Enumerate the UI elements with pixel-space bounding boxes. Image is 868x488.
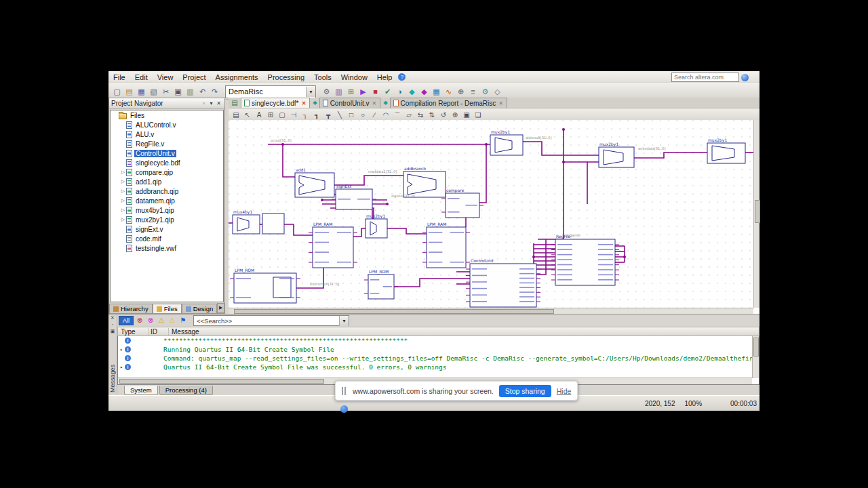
- tree-item-datamem-qip[interactable]: ▷datamem.qip: [111, 196, 223, 205]
- rectangle-tool-icon[interactable]: □: [346, 110, 357, 120]
- tab-close-icon[interactable]: ✕: [371, 100, 377, 106]
- print-icon[interactable]: ▧: [148, 86, 159, 98]
- simulator-icon[interactable]: ∿: [443, 86, 454, 98]
- menu-item-window[interactable]: Window: [336, 73, 372, 82]
- stop-sharing-button[interactable]: Stop sharing: [499, 385, 551, 397]
- filter-all-button[interactable]: All: [119, 316, 134, 325]
- block-tool-icon[interactable]: ▢: [277, 110, 288, 120]
- navigator-tab-hierarchy[interactable]: Hierarchy: [109, 304, 153, 313]
- partition-icon[interactable]: ▱: [403, 110, 414, 120]
- start-compilation-icon[interactable]: ▶: [357, 86, 369, 98]
- tree-item-mux2by1-qip[interactable]: ▷mux2by1.qip: [111, 215, 223, 224]
- rotate-left-icon[interactable]: ↺: [438, 110, 449, 120]
- expand-arrow-icon[interactable]: ▷: [120, 198, 126, 203]
- expand-arrow-icon[interactable]: ▷: [120, 169, 126, 175]
- stop-icon[interactable]: ■: [370, 86, 381, 98]
- line-tool-icon[interactable]: ∕: [369, 110, 380, 120]
- tree-item-singlecycle-bdf[interactable]: singlecycle.bdf: [111, 158, 223, 167]
- expand-arrow-icon[interactable]: ▷: [120, 188, 126, 194]
- schematic-svg[interactable]: mux2by1mux2by1mux2by1add1addbranchcompar…: [229, 120, 753, 308]
- detach-window-icon[interactable]: ❏: [473, 110, 484, 120]
- schematic-block-block[interactable]: [262, 214, 284, 234]
- search-input[interactable]: [671, 73, 739, 82]
- timing-analyzer-icon[interactable]: ◑: [394, 86, 406, 98]
- copy-icon[interactable]: ▣: [111, 328, 115, 335]
- cut-icon[interactable]: ✂: [160, 86, 172, 98]
- help-icon[interactable]: ?: [398, 73, 406, 81]
- menu-item-processing[interactable]: Processing: [263, 73, 309, 82]
- hide-link[interactable]: Hide: [557, 387, 572, 395]
- orthogonal-node-tool-icon[interactable]: ┐: [300, 110, 311, 120]
- message-row[interactable]: i***************************************…: [118, 336, 759, 345]
- programmer-icon[interactable]: ⊕: [455, 86, 467, 98]
- filter-extra-info-icon[interactable]: ⚠: [167, 316, 177, 325]
- recorder-icon[interactable]: [340, 405, 348, 413]
- column-message[interactable]: Message: [169, 328, 759, 336]
- editor-page-icon[interactable]: ▤: [229, 99, 241, 106]
- flip-vertical-icon[interactable]: ⇅: [427, 110, 437, 120]
- expand-arrow-icon[interactable]: ▷: [120, 179, 126, 184]
- orthogonal-conduit-tool-icon[interactable]: ┳: [323, 110, 334, 120]
- pin-planner-icon[interactable]: ⊞: [345, 86, 357, 98]
- tree-item-code-mif[interactable]: code.mif: [111, 234, 223, 243]
- ellipse-tool-icon[interactable]: ○: [357, 110, 368, 120]
- signal-tap-icon[interactable]: ≡: [467, 86, 479, 98]
- filter-error-icon[interactable]: ⊗: [135, 316, 144, 325]
- tree-item-testsingle-vwf[interactable]: testsingle.vwf: [111, 243, 223, 253]
- undo-icon[interactable]: ↶: [197, 86, 208, 98]
- diagonal-line-tool-icon[interactable]: ╲: [334, 110, 345, 120]
- canvas-horizontal-scrollbar[interactable]: [229, 308, 753, 314]
- dock-window-icon[interactable]: ▫: [112, 321, 113, 328]
- tree-item-alucontrol-v[interactable]: ALUControl.v: [111, 120, 223, 129]
- menu-item-assignments[interactable]: Assignments: [211, 73, 263, 82]
- menu-item-project[interactable]: Project: [178, 73, 210, 82]
- page-icon[interactable]: ▤: [231, 110, 241, 120]
- messages-tab-system[interactable]: System: [124, 386, 158, 395]
- scrollbar-thumb[interactable]: [753, 338, 759, 357]
- tree-item-compare-qip[interactable]: ▷compare.qip: [111, 167, 223, 177]
- tree-item-add1-qip[interactable]: ▷add1.qip: [111, 177, 223, 186]
- navigator-tab-files[interactable]: Files: [153, 304, 182, 313]
- tech-map-viewer-icon[interactable]: ◆: [418, 86, 430, 98]
- schematic-block-lpm-rom[interactable]: LPM_ROM: [230, 268, 300, 303]
- flip-horizontal-icon[interactable]: ⇆: [415, 110, 426, 120]
- filter-critical-warning-icon[interactable]: ⊗: [146, 316, 155, 325]
- schematic-block-lpm-ram[interactable]: LPM_RAM: [309, 222, 357, 268]
- chip-planner-icon[interactable]: ▦: [431, 86, 442, 98]
- filter-flag-icon[interactable]: ⚑: [178, 316, 188, 325]
- pin-icon[interactable]: ▾: [208, 100, 215, 106]
- orthogonal-bus-tool-icon[interactable]: ┓: [311, 110, 322, 120]
- system-builder-icon[interactable]: ⚙: [479, 86, 491, 98]
- tab-close-icon[interactable]: ✕: [300, 100, 307, 106]
- symbol-tool-icon[interactable]: ⊞: [265, 110, 276, 120]
- scrollbar-thumb[interactable]: [234, 309, 554, 314]
- chevron-down-icon[interactable]: ▼: [339, 316, 349, 326]
- tree-item-alu-v[interactable]: ALU.v: [111, 129, 223, 139]
- rubber-band-icon[interactable]: ⌒: [392, 110, 403, 120]
- menu-item-tools[interactable]: Tools: [309, 73, 336, 82]
- document-tab-compilation-report-demarisc[interactable]: Compilation Report - DemaRisc✕: [390, 98, 508, 108]
- expand-arrow-icon[interactable]: ▷: [120, 217, 126, 222]
- tree-item-controlunit-v[interactable]: ControlUnit.v: [111, 148, 223, 158]
- column-id[interactable]: ID: [149, 328, 169, 336]
- redo-icon[interactable]: ↷: [209, 86, 220, 98]
- close-icon[interactable]: ✕: [111, 314, 115, 321]
- schematic-block-mux2by1[interactable]: mux2by1: [366, 214, 387, 238]
- messages-search-combo[interactable]: <<Search>> ▼: [193, 315, 349, 326]
- save-icon[interactable]: ▦: [136, 86, 147, 98]
- menu-item-edit[interactable]: Edit: [130, 73, 153, 82]
- tab-close-icon[interactable]: ✕: [498, 100, 504, 106]
- new-file-icon[interactable]: ▢: [111, 86, 123, 98]
- open-file-icon[interactable]: ▤: [123, 86, 135, 98]
- dock-window-icon[interactable]: ▫: [200, 100, 208, 106]
- scrollbar-thumb[interactable]: [755, 200, 760, 223]
- project-selector[interactable]: DemaRisc ▼: [225, 85, 316, 98]
- document-tab-controlunit-v[interactable]: ControlUnit.v✕: [319, 98, 381, 108]
- canvas-vertical-scrollbar[interactable]: [753, 120, 760, 308]
- tree-item-addbranch-qip[interactable]: ▷addbranch.qip: [111, 186, 223, 196]
- tree-item-files[interactable]: Files: [111, 110, 223, 120]
- search-globe-icon[interactable]: [741, 74, 749, 81]
- schematic-block-lpm-ram[interactable]: LPM_RAM: [422, 222, 470, 268]
- tree-item-signext-v[interactable]: signExt.v: [111, 224, 223, 234]
- message-row[interactable]: ▸iRunning Quartus II 64-Bit Create Symbo…: [118, 345, 759, 354]
